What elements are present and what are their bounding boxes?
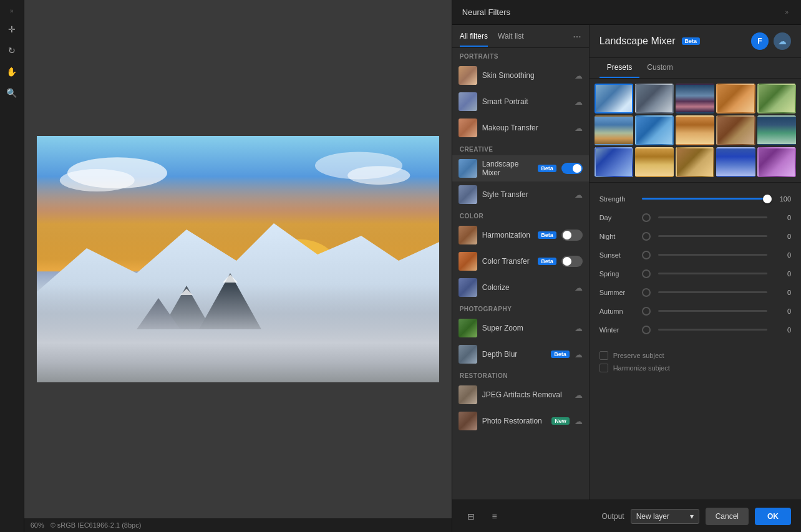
panel-content: All filters Wait list ··· PORTRAITS Skin… [452,25,801,500]
slider-label-summer: Summer [600,289,637,296]
filter-item-harmonization[interactable]: Harmonization Beta [452,222,589,248]
filter-item-jpeg[interactable]: JPEG Artifacts Removal ☁ [452,382,589,408]
expand-icon[interactable]: » [7,5,16,17]
slider-row-winter: Winter 0 [600,321,791,339]
layers-icon[interactable]: ≡ [486,508,503,525]
tab-wait-list[interactable]: Wait list [498,32,524,47]
slider-row-sunset: Sunset 0 [600,246,791,264]
preset-4[interactable] [716,84,755,114]
toggle-color[interactable] [561,256,583,267]
radio-winter[interactable] [642,326,651,334]
slider-track-day[interactable] [658,216,767,218]
radio-night[interactable] [642,232,651,241]
preset-14[interactable] [716,147,755,177]
filter-name-style: Style Transfer [482,190,570,199]
toggle-landscape[interactable] [561,163,583,174]
filter-item-colorize[interactable]: Colorize ☁ [452,274,589,301]
preset-8[interactable] [676,115,714,145]
tab-all-filters[interactable]: All filters [460,32,488,47]
filter-item-super-zoom[interactable]: Super Zoom ☁ [452,315,589,341]
toggle-harmonize[interactable] [561,230,583,241]
preset-11[interactable] [595,147,633,177]
preset-3[interactable] [676,84,714,114]
slider-track-summer[interactable] [658,291,767,293]
slider-track-night[interactable] [658,235,767,237]
slider-row-night: Night 0 [600,228,791,245]
filter-item-landscape-mixer[interactable]: Landscape Mixer Beta [452,155,589,181]
move-icon[interactable]: ✛ [3,21,21,38]
filter-item-skin-smoothing[interactable]: Skin Smoothing ☁ [452,62,589,89]
preset-7[interactable] [635,115,674,145]
filter-item-style-transfer[interactable]: Style Transfer ☁ [452,181,589,208]
radio-sunset[interactable] [642,251,651,259]
checkbox-preserve[interactable] [600,351,608,360]
color-profile: © sRGB IEC61966-2.1 (8bpc) [51,521,142,529]
slider-track-sunset[interactable] [658,254,767,256]
slider-fill-strength [642,198,767,200]
filter-item-makeup-transfer[interactable]: Makeup Transfer ☁ [452,115,589,141]
checkbox-label-preserve: Preserve subject [613,352,664,359]
preset-5[interactable] [757,84,796,114]
slider-row-spring: Spring 0 [600,265,791,283]
filter-item-color-transfer[interactable]: Color Transfer Beta [452,248,589,274]
cloud-icon-restore: ☁ [575,417,583,426]
filter-item-smart-portrait[interactable]: Smart Portrait ☁ [452,89,589,115]
preset-1[interactable] [595,84,633,114]
filter-name-colorize: Colorize [482,283,570,292]
radio-autumn[interactable] [642,307,651,316]
slider-row-summer: Summer 0 [600,284,791,301]
slider-label-spring: Spring [600,270,637,278]
svg-marker-12 [180,289,193,295]
cloud-icon-jpeg: ☁ [575,390,583,400]
filter-thumb-jpeg [459,385,477,404]
search-icon[interactable]: 🔍 [3,84,21,102]
cloud-settings-icon[interactable]: ☁ [774,32,791,50]
filter-thumb-portrait [459,92,477,111]
preset-15[interactable] [757,147,796,177]
checkboxes-section: Preserve subject Harmonize subject [590,346,801,380]
canvas-container [24,0,452,518]
settings-title: Landscape Mixer [600,36,676,47]
slider-row-day: Day 0 [600,209,791,226]
cloud-icon-portrait: ☁ [575,97,583,107]
preset-13[interactable] [676,147,714,177]
filter-list-tabs: All filters Wait list ··· [452,25,589,48]
filter-item-depth-blur[interactable]: Depth Blur Beta ☁ [452,341,589,367]
slider-track-spring[interactable] [658,273,767,274]
slider-track-strength[interactable] [642,198,767,200]
filter-thumb-makeup [459,118,477,137]
slider-thumb-strength[interactable] [763,195,772,203]
badge-harmonize-beta: Beta [538,231,556,239]
preset-grid [590,79,801,183]
checkbox-harmonize[interactable] [600,364,608,372]
badge-blur-beta: Beta [551,351,570,358]
filter-thumb-style [459,185,477,204]
rotate-icon[interactable]: ↻ [3,42,21,59]
output-dropdown[interactable]: New layer ▾ [631,509,699,524]
more-options-icon[interactable]: ··· [573,31,581,47]
filter-thumb-colorize [459,278,477,297]
badge-restore-new: New [551,417,570,425]
tab-presets[interactable]: Presets [600,58,640,78]
slider-track-winter[interactable] [658,329,767,331]
preset-12[interactable] [635,147,674,177]
radio-spring[interactable] [642,269,651,278]
tab-custom[interactable]: Custom [639,58,680,78]
preset-9[interactable] [716,115,755,145]
ok-button[interactable]: OK [755,508,791,525]
hand-icon[interactable]: ✋ [3,63,21,80]
filter-item-photo-restore[interactable]: Photo Restoration New ☁ [452,408,589,434]
preset-6[interactable] [595,115,633,145]
radio-day[interactable] [642,213,651,222]
panel-expand-icon[interactable]: » [782,6,791,18]
badge-color-beta: Beta [538,258,556,265]
slider-track-autumn[interactable] [658,310,767,312]
preset-2[interactable] [635,84,674,114]
compare-icon[interactable]: ⊟ [462,508,480,525]
cancel-button[interactable]: Cancel [706,508,749,525]
radio-summer[interactable] [642,288,651,297]
toggle-knob [573,164,581,173]
status-bar: 60% © sRGB IEC61966-2.1 (8bpc) [24,518,452,532]
section-photography: PHOTOGRAPHY [452,301,589,315]
preset-10[interactable] [757,115,796,145]
